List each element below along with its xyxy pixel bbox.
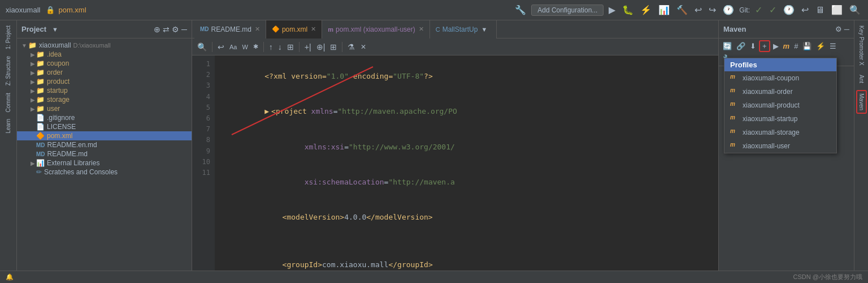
merge-btn[interactable]: ⊕| <box>315 41 327 53</box>
maven-dropdown-item-coupon[interactable]: m xiaoxumall-coupon <box>724 71 836 85</box>
expand-icon[interactable]: ⬜ <box>830 5 844 15</box>
tab-mallstartup[interactable]: C MallStartUp ▼ <box>430 20 497 38</box>
sidebar-item-project[interactable]: 1: Project <box>4 23 12 52</box>
maven-run-btn[interactable]: ▶ <box>771 41 780 52</box>
maven-panel: Maven ⚙ ─ 🔄 🔗 ⬇ + ▶ m # 💾 ⚡ ☰ 🔧 Profiles… <box>718 20 854 283</box>
tree-item-license[interactable]: ▶ 📄 LICENSE <box>17 122 192 131</box>
close-x-btn[interactable]: ✕ <box>361 43 366 51</box>
tree-item-readme[interactable]: ▶ MD README.md <box>17 149 192 158</box>
title-file: pom.xml <box>58 6 86 14</box>
tab-pom[interactable]: 🔶 pom.xml ✕ <box>266 20 322 38</box>
remote-icon[interactable]: 🖥 <box>814 5 826 15</box>
right-strip-key-promoter[interactable]: Key Promoter X <box>857 23 866 68</box>
tree-item-readme-en[interactable]: ▶ MD README.en.md <box>17 140 192 149</box>
maven-list-btn[interactable]: ☰ <box>828 41 838 52</box>
tree-item-scratches[interactable]: ▶ ✏ Scratches and Consoles <box>17 168 192 177</box>
sidebar-item-structure[interactable]: Z: Structure <box>4 54 12 88</box>
right-strip-ant[interactable]: Ant <box>857 72 866 85</box>
code-line-4: xsi:schemaLocation="http://maven.a <box>220 165 713 200</box>
tree-item-product[interactable]: ▶ 📁 product <box>17 77 192 86</box>
maven-item-order-label: xiaoxumall-order <box>743 88 793 96</box>
maven-dropdown-item-order[interactable]: m xiaoxumall-order <box>724 85 836 98</box>
maven-refresh-btn[interactable]: 🔄 <box>721 41 734 52</box>
add-config-button[interactable]: Add Configuration... <box>531 5 604 16</box>
git-clock-icon[interactable]: 🕐 <box>782 5 796 15</box>
git-check1-icon[interactable]: ✓ <box>753 5 764 15</box>
asterisk-btn[interactable]: ✱ <box>251 42 260 52</box>
tab-pom-close[interactable]: ✕ <box>311 25 316 33</box>
run-icon[interactable]: ▶ <box>607 5 617 15</box>
tree-item-pom[interactable]: ▶ 🔶 pom.xml <box>17 131 192 140</box>
tree-item-user[interactable]: ▶ 📁 user <box>17 104 192 113</box>
maven-close-icon[interactable]: ─ <box>844 25 849 33</box>
tab-dropdown-icon[interactable]: ▼ <box>478 26 491 33</box>
panel-add-icon[interactable]: ⊕ <box>154 25 160 34</box>
panel-minimize-icon[interactable]: ─ <box>181 25 187 34</box>
font-aa-btn[interactable]: Aa <box>228 42 238 52</box>
view-btn[interactable]: ⊞ <box>285 41 296 53</box>
tab-readme-close[interactable]: ✕ <box>255 25 260 33</box>
font-w-btn[interactable]: W <box>240 42 249 52</box>
history-icon[interactable]: 🕐 <box>721 5 736 15</box>
sidebar-item-learn[interactable]: Learn <box>4 117 12 136</box>
tree-item-product-name: product <box>47 78 70 85</box>
maven-dropdown-item-startup[interactable]: m xiaoxumall-startup <box>724 112 836 126</box>
tree-item-storage[interactable]: ▶ 📁 storage <box>17 95 192 104</box>
maven-item-product-label: xiaoxumall-product <box>743 101 800 109</box>
code-line-2: ▶<project xmlns="http://maven.apache.org… <box>220 94 713 129</box>
down-btn[interactable]: ↓ <box>276 41 284 53</box>
maven-download-btn[interactable]: ⬇ <box>748 41 758 52</box>
tree-item-readme-en-name: README.en.md <box>47 141 97 149</box>
maven-settings-icon[interactable]: ⚙ <box>835 25 842 33</box>
maven-header-icons: ⚙ ─ <box>835 25 849 33</box>
undo-icon[interactable]: ↩ <box>693 5 704 15</box>
search-toolbar-btn[interactable]: 🔍 <box>196 41 209 53</box>
maven-item-user-label: xiaoxumall-user <box>743 142 790 150</box>
filter-btn[interactable]: ⚗ <box>346 41 357 53</box>
tree-item-order[interactable]: ▶ 📁 order <box>17 68 192 77</box>
tree-item-ext-libs[interactable]: ▶ 📊 External Libraries <box>17 158 192 168</box>
maven-dropdown-item-storage[interactable]: m xiaoxumall-storage <box>724 126 836 139</box>
maven-link-btn[interactable]: 🔗 <box>735 41 747 52</box>
undo-toolbar-btn[interactable]: ↩ <box>216 41 226 53</box>
maven-save-btn[interactable]: 💾 <box>801 41 813 52</box>
panel-settings-icon[interactable]: ⚙ <box>172 25 179 34</box>
panel-sync-icon[interactable]: ⇄ <box>163 25 170 34</box>
maven-dropdown: Profiles m xiaoxumall-coupon m xiaoxumal… <box>724 58 837 153</box>
coverage-icon[interactable]: ⚡ <box>639 5 653 15</box>
bottom-status: 🔔 <box>6 273 14 281</box>
maven-m-icon-coupon: m <box>730 74 739 83</box>
tree-item-gitignore[interactable]: ▶ 📄 .gitignore <box>17 113 192 122</box>
git-check2-icon[interactable]: ✓ <box>767 5 778 15</box>
add-btn[interactable]: +| <box>303 41 313 53</box>
tree-item-idea[interactable]: ▶ 📁 .idea <box>17 50 192 59</box>
split-btn[interactable]: ⊞ <box>328 41 338 53</box>
tab-readme-label: README.md <box>211 25 251 33</box>
tree-root[interactable]: ▼ 📁 xiaoxumall D:\xiaoxumall <box>17 41 192 50</box>
tree-item-license-name: LICENSE <box>47 123 76 131</box>
maven-add-btn[interactable]: + <box>759 40 770 52</box>
right-strip-maven[interactable]: Maven <box>856 90 867 114</box>
redo-icon[interactable]: ↪ <box>707 5 718 15</box>
tree-item-startup[interactable]: ▶ 📁 startup <box>17 86 192 95</box>
wrench-icon[interactable]: 🔧 <box>513 5 528 15</box>
tab-readme[interactable]: MD README.md ✕ <box>194 20 266 38</box>
tab-pom-user[interactable]: m pom.xml (xiaoxumall-user) ✕ <box>322 20 429 38</box>
maven-dropdown-item-product[interactable]: m xiaoxumall-product <box>724 98 836 112</box>
git-undo-icon[interactable]: ↩ <box>800 5 810 15</box>
maven-dropdown-item-user[interactable]: m xiaoxumall-user <box>724 139 836 153</box>
tree-item-coupon[interactable]: ▶ 📁 coupon <box>17 59 192 68</box>
maven-bolt-btn[interactable]: ⚡ <box>814 41 827 52</box>
title-bar: xiaoxumall 🔒 pom.xml 🔧 Add Configuration… <box>0 0 868 20</box>
maven-m-btn[interactable]: m <box>782 41 792 52</box>
build-icon[interactable]: 🔨 <box>675 5 689 15</box>
tab-pom-user-close[interactable]: ✕ <box>419 25 424 33</box>
search-icon2[interactable]: 🔍 <box>848 5 862 15</box>
code-content[interactable]: <?xml version="1.0" encoding="UTF-8"?> ▶… <box>215 55 718 283</box>
tab-bar: MD README.md ✕ 🔶 pom.xml ✕ m pom.xml (xi… <box>192 20 718 38</box>
profiler-icon[interactable]: 📊 <box>657 5 671 15</box>
debug-icon[interactable]: 🐛 <box>620 5 635 15</box>
sidebar-item-commit[interactable]: Commit <box>4 91 12 114</box>
up-btn[interactable]: ↑ <box>267 41 275 53</box>
maven-hash-btn[interactable]: # <box>792 41 800 52</box>
